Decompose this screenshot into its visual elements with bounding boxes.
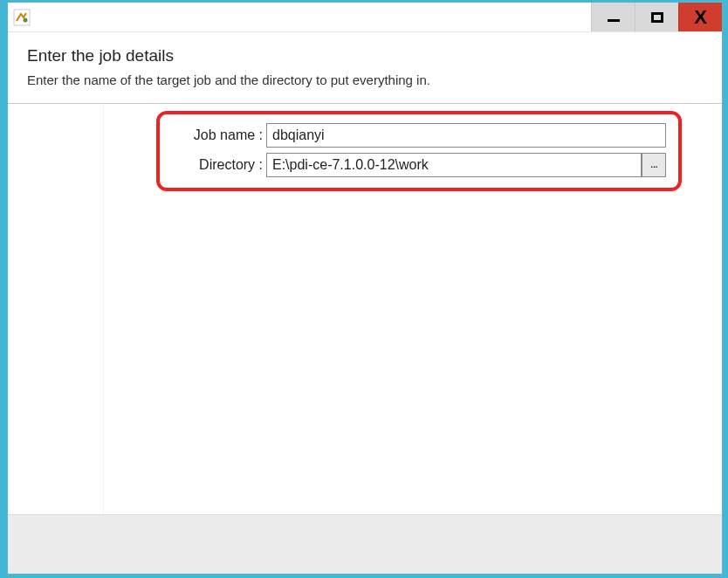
left-panel — [8, 104, 104, 516]
app-icon — [13, 9, 31, 26]
job-name-label: Job name : — [168, 127, 266, 143]
footer-area — [8, 514, 722, 574]
maximize-icon — [651, 12, 663, 23]
titlebar-left — [8, 9, 31, 26]
dialog-window: X Enter the job details Enter the name o… — [7, 2, 723, 575]
content-area: Job name : Directory : ... — [8, 104, 722, 516]
minimize-button[interactable] — [591, 3, 635, 31]
job-name-input[interactable] — [266, 123, 666, 148]
close-icon: X — [694, 8, 707, 27]
header-section: Enter the job details Enter the name of … — [8, 32, 722, 104]
directory-row: Directory : ... — [168, 153, 666, 177]
page-title: Enter the job details — [27, 46, 703, 65]
directory-label: Directory : — [168, 157, 266, 173]
minimize-icon — [608, 19, 620, 22]
form-highlight-box: Job name : Directory : ... — [156, 111, 682, 191]
titlebar: X — [8, 3, 722, 32]
window-controls: X — [591, 3, 722, 31]
svg-point-1 — [24, 17, 28, 22]
close-button[interactable]: X — [678, 3, 722, 31]
browse-button[interactable]: ... — [642, 153, 666, 177]
page-subtitle: Enter the name of the target job and the… — [27, 72, 703, 87]
maximize-button[interactable] — [635, 3, 678, 31]
job-name-row: Job name : — [168, 123, 666, 148]
directory-input[interactable] — [266, 153, 642, 177]
svg-rect-0 — [14, 10, 30, 25]
